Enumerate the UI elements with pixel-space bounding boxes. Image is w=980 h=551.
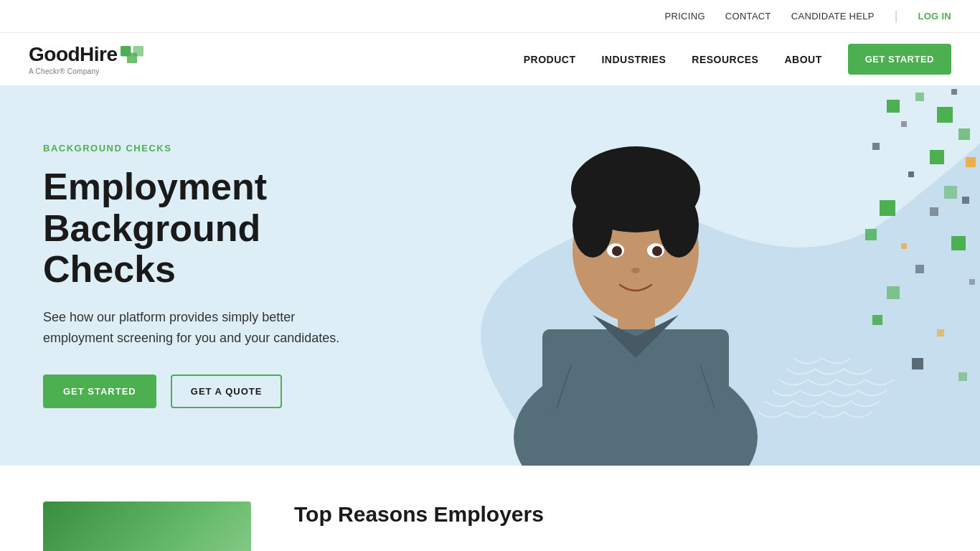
bottom-image-inner [43, 501, 251, 551]
hero-buttons: GET STARTED GET A QUOTE [43, 375, 344, 408]
svg-rect-25 [912, 358, 923, 369]
svg-rect-26 [958, 372, 967, 381]
svg-point-33 [659, 193, 699, 258]
svg-rect-16 [962, 197, 969, 204]
person-svg [499, 93, 772, 466]
logo-subtitle: A Checkr® Company [29, 67, 143, 75]
svg-rect-8 [958, 128, 970, 140]
hero-section: BACKGROUND CHECKS Employment Background … [0, 85, 980, 466]
hero-eyebrow: BACKGROUND CHECKS [43, 143, 344, 154]
nav-resources[interactable]: RESOURCES [692, 54, 758, 65]
nav-product[interactable]: PRODUCT [524, 54, 576, 65]
logo-area[interactable]: GoodHire A Checkr® Company [29, 43, 143, 75]
svg-rect-19 [951, 236, 966, 250]
contact-link[interactable]: CONTACT [725, 11, 771, 22]
nav-links: PRODUCT INDUSTRIES RESOURCES ABOUT GET S… [524, 44, 951, 75]
svg-rect-15 [930, 207, 938, 216]
svg-point-37 [652, 246, 662, 256]
svg-rect-11 [966, 157, 976, 167]
hero-get-started-button[interactable]: GET STARTED [43, 375, 156, 408]
svg-rect-18 [901, 243, 907, 249]
bottom-text: Top Reasons Employers [294, 501, 544, 527]
hero-content: BACKGROUND CHECKS Employment Background … [0, 100, 387, 451]
bottom-image [43, 501, 251, 551]
svg-rect-20 [915, 265, 924, 273]
login-link[interactable]: LOG IN [918, 11, 951, 22]
svg-rect-14 [880, 200, 895, 216]
svg-rect-4 [915, 93, 924, 101]
svg-rect-5 [937, 107, 953, 123]
svg-point-32 [573, 193, 613, 258]
svg-rect-9 [872, 143, 880, 150]
hero-description: See how our platform provides simply bet… [43, 307, 344, 349]
svg-rect-13 [944, 186, 957, 199]
svg-rect-22 [969, 279, 975, 285]
svg-point-38 [631, 268, 640, 273]
nav-industries[interactable]: INDUSTRIES [601, 54, 666, 65]
pricing-link[interactable]: PRICING [665, 11, 705, 22]
nav-get-started-button[interactable]: GET STARTED [848, 44, 951, 75]
nav-about[interactable]: ABOUT [784, 54, 821, 65]
svg-rect-12 [908, 171, 914, 177]
svg-rect-21 [887, 286, 900, 299]
svg-rect-3 [887, 100, 900, 113]
svg-rect-7 [901, 121, 907, 127]
svg-rect-6 [951, 89, 957, 95]
hero-person-image [492, 93, 779, 466]
svg-rect-10 [930, 150, 944, 164]
logo-name: GoodHire [29, 43, 118, 66]
svg-rect-17 [865, 229, 877, 240]
bottom-section: Top Reasons Employers [0, 466, 980, 551]
nav-divider: | [895, 9, 898, 24]
svg-point-36 [612, 246, 622, 256]
bottom-heading: Top Reasons Employers [294, 501, 544, 527]
top-bar: PRICING CONTACT CANDIDATE HELP | LOG IN [0, 0, 980, 33]
svg-rect-2 [126, 53, 136, 63]
main-nav: GoodHire A Checkr® Company PRODUCT INDUS… [0, 33, 980, 85]
hero-get-quote-button[interactable]: GET A QUOTE [171, 375, 283, 408]
logo-icon [121, 46, 143, 63]
svg-rect-24 [937, 329, 944, 336]
hero-title: Employment Background Checks [43, 166, 344, 290]
svg-rect-23 [872, 315, 882, 325]
candidate-help-link[interactable]: CANDIDATE HELP [791, 11, 875, 22]
